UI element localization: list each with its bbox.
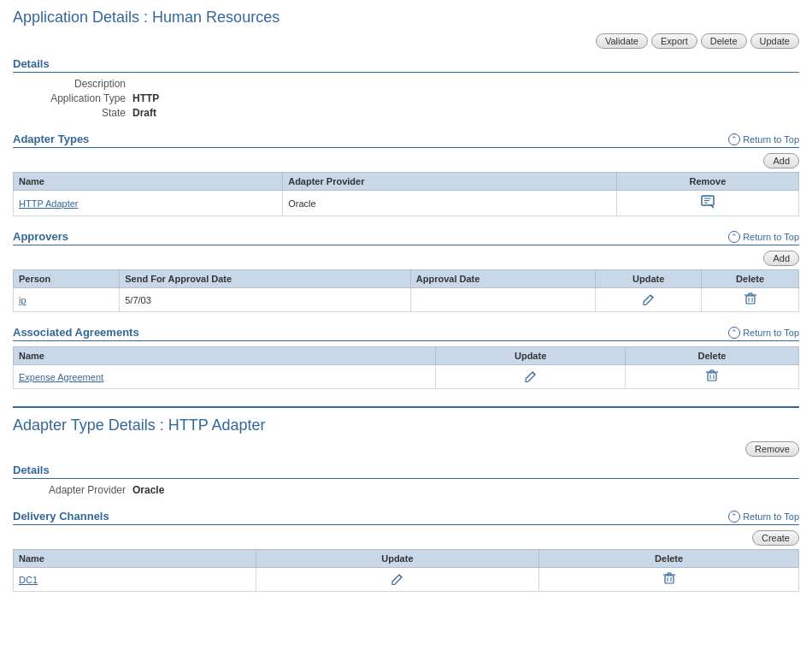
approver-update-icon[interactable] bbox=[642, 292, 656, 308]
export-button[interactable]: Export bbox=[651, 33, 697, 49]
details-row-apptype: Application Type HTTP bbox=[30, 92, 799, 104]
svg-rect-6 bbox=[746, 296, 755, 304]
agreements-section: Associated Agreements ⌃ Return to Top Na… bbox=[13, 326, 799, 389]
delivery-channels-section: Delivery Channels ⌃ Return to Top Create… bbox=[13, 510, 799, 592]
return-top-icon: ⌃ bbox=[728, 133, 740, 145]
adapter-name-link[interactable]: HTTP Adapter bbox=[19, 198, 79, 209]
dc-update-cell bbox=[256, 568, 539, 592]
svg-line-13 bbox=[533, 372, 535, 375]
approvers-return-icon: ⌃ bbox=[728, 231, 740, 243]
delivery-return-top-label: Return to Top bbox=[743, 511, 799, 522]
agreements-header: Associated Agreements ⌃ Return to Top bbox=[13, 326, 799, 341]
details-section-title: Details bbox=[13, 57, 50, 70]
delivery-channels-actions: Create bbox=[13, 530, 799, 546]
adapter-remove-cell bbox=[616, 191, 798, 216]
agreements-return-icon: ⌃ bbox=[728, 327, 740, 339]
delivery-channels-header: Delivery Channels ⌃ Return to Top bbox=[13, 510, 799, 525]
adapter-details-grid: Adapter Provider Oracle bbox=[13, 484, 799, 496]
table-row: HTTP Adapter Oracle bbox=[14, 191, 799, 216]
delete-button[interactable]: Delete bbox=[701, 33, 747, 49]
validate-button[interactable]: Validate bbox=[596, 33, 648, 49]
details-section: Details Description Application Type HTT… bbox=[13, 57, 799, 119]
delivery-channels-title: Delivery Channels bbox=[13, 510, 109, 523]
adapter-types-return-top[interactable]: ⌃ Return to Top bbox=[728, 133, 799, 145]
adapter-types-header: Adapter Types ⌃ Return to Top bbox=[13, 133, 799, 148]
approvers-section: Approvers ⌃ Return to Top Add Person Sen… bbox=[13, 230, 799, 312]
dc-delete-icon[interactable] bbox=[662, 571, 676, 588]
approver-senddate-cell: 5/7/03 bbox=[120, 288, 411, 312]
approvers-add-button[interactable]: Add bbox=[763, 251, 799, 266]
svg-line-21 bbox=[399, 575, 402, 577]
adapter-types-actions: Add bbox=[13, 153, 799, 168]
approver-update-cell bbox=[596, 288, 702, 312]
delivery-channels-thead-row: Name Update Delete bbox=[14, 550, 799, 568]
state-label: State bbox=[30, 107, 132, 119]
agreements-return-top-label: Return to Top bbox=[743, 328, 799, 338]
update-button[interactable]: Update bbox=[750, 33, 799, 49]
adapter-type-details-section: Adapter Type Details : HTTP Adapter Remo… bbox=[13, 406, 799, 592]
adapter-types-title: Adapter Types bbox=[13, 133, 89, 145]
adapter-details-header: Details bbox=[13, 464, 799, 479]
adapter-types-col-remove: Remove bbox=[616, 173, 798, 191]
svg-line-5 bbox=[650, 295, 653, 298]
approvers-table: Person Send For Approval Date Approval D… bbox=[13, 269, 799, 312]
approver-person-link[interactable]: ip bbox=[19, 295, 26, 305]
adapter-types-add-button[interactable]: Add bbox=[763, 153, 799, 168]
agreement-name-cell: Expense Agreement bbox=[14, 365, 436, 389]
agreements-col-delete: Delete bbox=[625, 347, 798, 365]
apptype-label: Application Type bbox=[30, 92, 132, 104]
adapter-types-col-provider: Adapter Provider bbox=[283, 173, 617, 191]
adapter-remove-button[interactable]: Remove bbox=[745, 441, 799, 457]
approvers-col-approvaldate: Approval Date bbox=[410, 270, 595, 288]
approvers-return-top[interactable]: ⌃ Return to Top bbox=[728, 231, 799, 243]
agreements-thead-row: Name Update Delete bbox=[14, 347, 799, 365]
approvers-col-person: Person bbox=[14, 270, 120, 288]
agreement-update-cell bbox=[436, 365, 626, 389]
delivery-return-icon: ⌃ bbox=[728, 511, 740, 523]
description-value bbox=[132, 78, 799, 90]
details-row-description: Description bbox=[30, 78, 799, 90]
page-title: Application Details : Human Resources bbox=[13, 9, 799, 27]
adapter-types-return-top-label: Return to Top bbox=[743, 134, 799, 145]
approver-delete-icon[interactable] bbox=[744, 292, 757, 308]
adapter-provider-label: Adapter Provider bbox=[30, 484, 132, 496]
approvers-header: Approvers ⌃ Return to Top bbox=[13, 230, 799, 245]
dc-update-icon[interactable] bbox=[391, 571, 404, 588]
dc-name-link[interactable]: DC1 bbox=[19, 575, 38, 585]
approvers-col-update: Update bbox=[596, 270, 702, 288]
adapter-types-section: Adapter Types ⌃ Return to Top Add Name A… bbox=[13, 133, 799, 216]
details-grid: Description Application Type HTTP State … bbox=[13, 78, 799, 119]
dc-name-cell: DC1 bbox=[14, 568, 256, 592]
adapter-provider-cell: Oracle bbox=[283, 191, 617, 216]
adapter-provider-row: Adapter Provider Oracle bbox=[30, 484, 799, 496]
agreements-col-name: Name bbox=[14, 347, 436, 365]
approvers-return-top-label: Return to Top bbox=[743, 232, 799, 242]
approvers-title: Approvers bbox=[13, 230, 68, 243]
adapter-name-cell: HTTP Adapter bbox=[14, 191, 283, 216]
adapter-types-col-name: Name bbox=[14, 173, 283, 191]
approvers-col-senddate: Send For Approval Date bbox=[120, 270, 411, 288]
dc-col-update: Update bbox=[256, 550, 539, 568]
top-actions: Validate Export Delete Update bbox=[13, 33, 799, 49]
adapter-remove-icon[interactable] bbox=[700, 194, 715, 212]
svg-rect-22 bbox=[665, 576, 674, 583]
delivery-channels-return-top[interactable]: ⌃ Return to Top bbox=[728, 511, 799, 523]
delivery-channels-create-button[interactable]: Create bbox=[752, 530, 799, 546]
agreement-delete-cell bbox=[625, 365, 798, 389]
approver-approvaldate-cell bbox=[410, 288, 595, 312]
approver-delete-cell bbox=[702, 288, 799, 312]
agreement-update-icon[interactable] bbox=[524, 369, 538, 385]
adapter-types-table: Name Adapter Provider Remove HTTP Adapte… bbox=[13, 172, 799, 216]
agreement-delete-icon[interactable] bbox=[705, 369, 719, 385]
approvers-actions: Add bbox=[13, 251, 799, 266]
agreements-table: Name Update Delete Expense Agreement bbox=[13, 346, 799, 389]
details-section-header: Details bbox=[13, 57, 799, 73]
agreements-return-top[interactable]: ⌃ Return to Top bbox=[728, 327, 799, 339]
adapter-types-thead-row: Name Adapter Provider Remove bbox=[14, 173, 799, 191]
adapter-details-title: Details bbox=[13, 464, 50, 476]
apptype-value: HTTP bbox=[132, 92, 799, 104]
adapter-type-details-title: Adapter Type Details : HTTP Adapter bbox=[13, 417, 799, 434]
approver-person-cell: ip bbox=[14, 288, 120, 312]
agreement-name-link[interactable]: Expense Agreement bbox=[19, 372, 103, 382]
page-wrapper: Application Details : Human Resources Va… bbox=[0, 0, 812, 614]
